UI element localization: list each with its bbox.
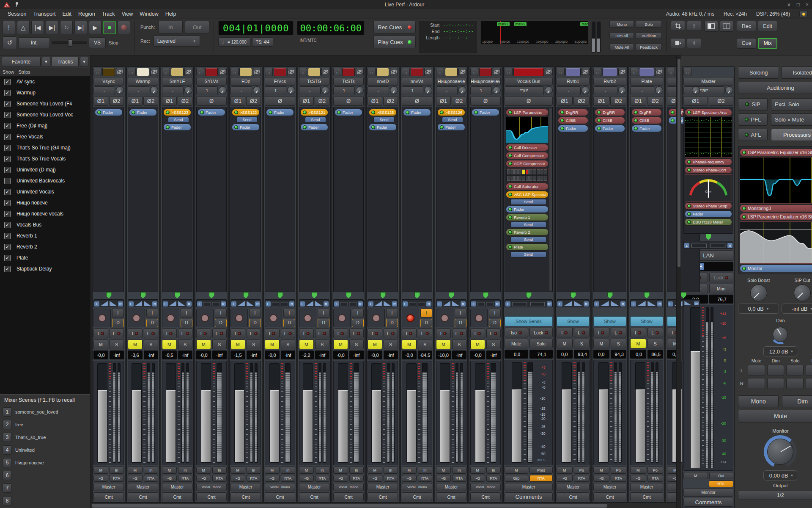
peak-display[interactable]: -inf xyxy=(384,351,398,359)
output-button[interactable]: Master xyxy=(162,483,192,491)
meter-point-button[interactable]: Po xyxy=(647,467,664,474)
solo-iso-button[interactable]: I xyxy=(557,328,573,337)
comments-button[interactable]: Comments xyxy=(505,492,553,501)
minimize-icon[interactable]: ∨ xyxy=(787,2,791,8)
phase-1-button[interactable]: Ø1 xyxy=(557,96,573,106)
processor-lsp-spectrum-ana[interactable]: LSP Spectrum Ana xyxy=(685,109,732,116)
sip-cut-value[interactable]: -inf dB▼ xyxy=(782,304,812,314)
mute-button[interactable]: M xyxy=(470,340,485,349)
record-arm-button[interactable] xyxy=(475,314,483,322)
solo-lock-button[interactable]: L xyxy=(384,329,398,338)
peak-display[interactable]: -inf xyxy=(486,351,501,359)
punch-out-button[interactable]: Out xyxy=(185,21,209,33)
processor-fader[interactable]: Fader xyxy=(595,125,625,132)
play-cues-button[interactable]: Play Cues xyxy=(373,36,416,48)
pan-handle[interactable] xyxy=(333,292,364,299)
range-value[interactable]: --:--:--:-- xyxy=(443,28,474,34)
tempo-button[interactable]: ♩ = 120,000 xyxy=(218,37,250,47)
processor-stereo-phase-corr[interactable]: Stereo Phase-Corr xyxy=(685,166,732,174)
phase-2-button[interactable]: Ø2 xyxy=(315,96,329,106)
pan-control[interactable]: LR xyxy=(683,241,733,249)
record-arm-button[interactable] xyxy=(201,314,209,322)
processor-scrollbar[interactable] xyxy=(549,108,552,291)
input-monitor-button[interactable]: I xyxy=(181,309,192,318)
trim-knob[interactable] xyxy=(424,86,432,94)
trim-knob[interactable] xyxy=(493,86,501,94)
phase-1-button[interactable]: Ø1 xyxy=(299,96,314,106)
output-button[interactable]: Master xyxy=(299,483,329,491)
narrow-strip-button[interactable]: ↔ xyxy=(128,68,136,76)
meter-point-button[interactable]: Po xyxy=(611,467,627,474)
channel-fader[interactable] xyxy=(97,363,107,463)
solo-iso-button[interactable]: I xyxy=(162,329,177,338)
solo-boost-value[interactable]: 0,0 dB▼ xyxy=(738,304,779,314)
trim-knob[interactable] xyxy=(219,86,227,94)
processor-calf-compressor[interactable]: Calf Compressor xyxy=(506,152,549,159)
checkbox[interactable]: ✓ xyxy=(4,211,11,217)
phase-2-button[interactable]: Ø2 xyxy=(647,96,663,106)
hide-strip-button[interactable] xyxy=(184,68,192,76)
l-inv-button[interactable] xyxy=(806,365,812,376)
hide-strip-button[interactable] xyxy=(356,68,364,76)
processor-send[interactable]: Send xyxy=(305,117,326,123)
peak-display[interactable]: -inf xyxy=(144,351,159,359)
pan-control[interactable]: LR xyxy=(402,299,432,307)
meter-point-button[interactable]: In xyxy=(212,467,227,474)
solo-iso-button[interactable]: I xyxy=(593,328,609,337)
afl-button[interactable]: AFL xyxy=(738,129,768,141)
output-button[interactable]: Vocal.. mono xyxy=(196,483,227,491)
trim-knob[interactable] xyxy=(390,86,398,94)
strip-visibility-row[interactable]: ✓Warmup xyxy=(0,87,90,98)
strip-visibility-row[interactable]: ✓Нищо повече xyxy=(0,197,90,208)
peak-display[interactable]: -inf xyxy=(315,351,330,359)
dim-button[interactable]: Dim xyxy=(782,395,812,407)
phase-1-button[interactable]: Ø1 xyxy=(683,96,708,106)
pan-handle[interactable] xyxy=(196,292,227,299)
mute-button[interactable]: M xyxy=(265,340,280,349)
favorite-dropdown[interactable]: ▼ xyxy=(42,57,50,67)
comments-button[interactable]: Cmt xyxy=(557,492,590,501)
strip-name-button[interactable]: Rvrb1 xyxy=(557,77,590,86)
solo-lock-button[interactable]: L xyxy=(349,329,364,338)
solo-iso-button[interactable]: I xyxy=(333,329,348,338)
output-button[interactable]: Master xyxy=(230,483,261,491)
pan-handle[interactable] xyxy=(162,292,192,299)
output-button[interactable]: Master xyxy=(593,483,626,491)
output-button[interactable]: Master xyxy=(505,483,553,491)
trim-knob[interactable] xyxy=(582,86,590,94)
mixer-scene-row[interactable]: 7 xyxy=(3,482,88,494)
comments-button[interactable]: Cmt xyxy=(593,492,626,501)
solo-lock-button[interactable]: Lock xyxy=(709,273,734,282)
pan-control[interactable]: LR xyxy=(299,299,329,307)
trim-knob[interactable] xyxy=(545,86,553,94)
monitor-button[interactable]: Mon xyxy=(709,284,734,293)
layout-4-button[interactable]: 4 xyxy=(687,38,701,48)
rec-mode-tab[interactable]: Rec xyxy=(737,21,756,31)
phase-2-button[interactable]: Ø2 xyxy=(178,96,192,106)
meter-m-button[interactable]: M xyxy=(128,467,143,474)
mute-button[interactable]: M xyxy=(196,340,211,349)
input-button[interactable]: - xyxy=(230,86,252,95)
pan-handle[interactable] xyxy=(368,292,398,299)
processors-button[interactable]: Processors xyxy=(771,129,812,141)
phase-2-button[interactable]: Ø2 xyxy=(573,96,590,106)
disk-monitor-button[interactable]: D xyxy=(146,319,158,328)
disk-monitor-button[interactable]: D xyxy=(489,319,501,328)
processor-fader[interactable]: Fader xyxy=(369,124,397,131)
mixer-scene-row[interactable]: 4Uninvited xyxy=(3,444,88,456)
meter-m-button[interactable]: M xyxy=(265,467,280,474)
phase-2-button[interactable]: Ø2 xyxy=(452,96,466,106)
edit-mode-tab[interactable]: Edit xyxy=(758,21,777,31)
peak-display[interactable]: -74,1 xyxy=(529,350,553,359)
processor-calf-deesser[interactable]: Calf Deesser xyxy=(506,144,549,151)
monitor-route-button[interactable]: Monitor xyxy=(683,489,733,497)
disk-monitor-button[interactable]: D xyxy=(318,319,329,328)
processor-send[interactable]: Send xyxy=(236,117,258,123)
r-mute-button[interactable] xyxy=(748,378,765,389)
secondary-clock[interactable]: 00:00:06:00 xyxy=(297,21,365,35)
strip-name-button[interactable]: Нищоповече xyxy=(436,77,466,86)
menu-view[interactable]: View xyxy=(118,11,136,17)
channel-fader[interactable] xyxy=(635,362,645,463)
record-arm-button[interactable] xyxy=(167,314,175,322)
input-monitor-button[interactable]: I xyxy=(283,309,295,318)
